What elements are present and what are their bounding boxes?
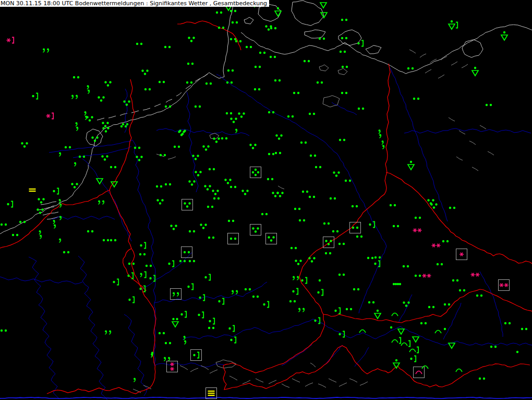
- station-slight-rain-icon: [310, 155, 316, 157]
- country-border: [223, 346, 530, 390]
- station-slight-rain-icon: [122, 123, 128, 125]
- detail-dash: [449, 117, 455, 121]
- island-outline: [244, 17, 253, 24]
- station-shower-arc-icon: [456, 369, 462, 372]
- station-drizzle-pair-icon: [53, 220, 56, 229]
- station-slight-rain-icon: [228, 233, 239, 244]
- river: [480, 272, 503, 337]
- station-drizzle-icon: [134, 378, 136, 382]
- station-slight-drizzle-icon: [171, 289, 182, 300]
- station-slight-rain-icon: [270, 56, 276, 58]
- river: [323, 345, 343, 366]
- station-slight-rain-icon: [393, 225, 399, 227]
- station-slight-rain-icon: [120, 125, 127, 127]
- station-moderate-rain-icon: [195, 171, 201, 176]
- station-slight-snow-icon: [471, 273, 480, 277]
- station-moderate-rain-icon: [249, 144, 256, 149]
- station-slight-rain-icon: [63, 251, 69, 253]
- station-moderate-rain-icon: [204, 185, 211, 190]
- station-moderate-rain-icon: [333, 171, 340, 177]
- station-drizzle-icon: [59, 216, 62, 220]
- river: [29, 257, 59, 399]
- station-moderate-rain-icon: [430, 203, 437, 208]
- station-rain-shower-icon: [408, 161, 414, 170]
- station-slight-rain-icon: [338, 274, 345, 276]
- station-rain-shower-icon: [472, 67, 478, 76]
- station-slight-rain-icon: [213, 197, 220, 199]
- station-rain-past-hour-icon: [263, 302, 269, 308]
- station-snow-icon: [456, 249, 467, 260]
- station-rain-past-hour-icon: [140, 243, 146, 249]
- station-slight-drizzle-icon: [71, 95, 78, 99]
- island-dash: [143, 108, 150, 110]
- station-rain-shower-icon: [501, 31, 507, 40]
- station-box: [250, 225, 261, 236]
- station-rain-past-hour-icon: [32, 93, 38, 99]
- station-slight-rain-icon: [368, 301, 374, 303]
- detail-dash: [438, 75, 444, 78]
- station-shower-triangle-icon: [321, 13, 327, 18]
- station-slight-rain-icon: [287, 115, 294, 117]
- detail-dash: [229, 376, 237, 380]
- station-slight-rain-icon: [275, 152, 281, 154]
- station-slight-rain-icon: [339, 139, 345, 141]
- station-slight-rain-icon: [246, 46, 252, 48]
- detail-dash: [339, 383, 347, 386]
- station-drizzle-pair-icon: [184, 336, 187, 345]
- detail-dash: [451, 62, 457, 65]
- station-slight-snow-icon: [413, 229, 422, 232]
- station-slight-rain-icon: [165, 183, 171, 185]
- station-box: [182, 247, 192, 258]
- station-moderate-rain-icon: [230, 117, 237, 123]
- station-slight-rain-icon: [304, 60, 310, 62]
- island-dash: [39, 207, 54, 210]
- station-slight-rain-icon: [358, 108, 364, 110]
- station-slight-rain-icon: [226, 112, 232, 114]
- detail-dash: [472, 167, 478, 171]
- station-slight-snow-icon: [422, 274, 431, 278]
- river: [404, 128, 531, 133]
- station-shower-triangle-icon: [320, 3, 327, 8]
- station-slight-rain-icon: [228, 220, 234, 222]
- station-slight-rain-icon: [103, 239, 109, 241]
- map-canvas: [0, 0, 532, 400]
- station-moderate-rain-icon: [323, 237, 334, 248]
- island-dash: [97, 118, 104, 120]
- station-slight-rain-icon: [110, 166, 116, 168]
- station-slight-rain-icon: [139, 253, 146, 255]
- station-moderate-rain-icon: [141, 69, 148, 75]
- station-moderate-rain-icon: [212, 190, 219, 195]
- station-slight-rain-icon: [352, 205, 358, 207]
- station-box: [323, 237, 334, 248]
- station-slight-rain-icon: [1, 330, 7, 332]
- station-slight-rain-icon: [415, 217, 421, 219]
- river: [49, 140, 132, 152]
- station-slight-rain-icon: [341, 19, 347, 21]
- station-slight-rain-icon: [159, 332, 165, 334]
- detail-dash: [168, 157, 176, 159]
- station-slight-rain-icon: [156, 185, 162, 187]
- station-slight-rain-icon: [1, 223, 7, 226]
- station-slight-rain-icon: [209, 168, 215, 170]
- country-border: [386, 172, 532, 264]
- station-drizzle-icon: [59, 238, 61, 242]
- island-outline: [462, 40, 483, 57]
- station-slight-rain-icon: [174, 146, 180, 148]
- island-dash: [108, 116, 116, 118]
- station-slight-rain-icon: [267, 178, 273, 180]
- station-rain-past-hour-icon: [113, 279, 118, 285]
- station-slight-rain-icon: [208, 327, 214, 329]
- island-outline: [366, 45, 381, 54]
- station-box: [228, 233, 239, 244]
- station-slight-rain-icon: [338, 243, 345, 245]
- station-slight-rain-icon: [332, 230, 338, 232]
- detail-dash: [180, 366, 188, 370]
- station-slight-rain-icon: [187, 63, 194, 65]
- station-rain-past-hour-icon: [198, 312, 203, 318]
- station-mist-icon: [29, 189, 36, 192]
- station-moderate-rain-shower-icon: [172, 318, 178, 327]
- island-dash: [154, 104, 161, 107]
- station-slight-drizzle-icon: [164, 357, 170, 361]
- station-slight-rain-icon: [146, 265, 152, 267]
- station-drizzle-pair-icon: [84, 111, 88, 120]
